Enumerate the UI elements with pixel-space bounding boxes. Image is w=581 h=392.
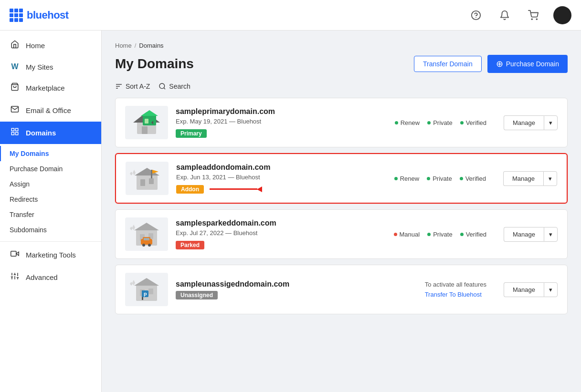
status-private-addon: Private [427,175,452,182]
sidebar-item-my-domains[interactable]: My Domains [0,146,101,161]
search-button[interactable]: Search [158,83,190,90]
status-renew-primary: Renew [395,119,420,126]
domain-name-addon: sampleaddondomain.com [176,163,387,172]
status-private-parked: Private [427,231,452,238]
status-verified-parked-label: Verified [466,231,486,238]
svg-marker-36 [133,170,136,175]
svg-marker-41 [134,223,159,230]
domain-status-addon: Renew Private Verified [394,175,486,182]
logo-grid-icon [10,9,23,22]
manage-button-unassigned[interactable]: Manage [504,282,544,297]
domain-actions-addon: Manage ▾ [503,171,557,186]
content-area: Home / Domains My Domains Transfer Domai… [102,31,581,392]
sidebar-item-assign[interactable]: Assign [0,176,101,192]
search-icon [158,83,166,90]
domain-badge-parked: Parked [176,241,204,249]
manage-dropdown-addon[interactable]: ▾ [543,171,557,186]
domain-card-addon: sampleaddondomain.com Exp. Jun 13, 2021 … [115,153,568,204]
domain-thumb-parked [125,217,168,251]
sidebar-item-email-office[interactable]: Email & Office [0,99,101,122]
status-private-parked-label: Private [433,231,452,238]
sidebar-item-home[interactable]: Home [0,34,101,57]
manage-button-primary[interactable]: Manage [504,115,544,130]
page-header: My Domains Transfer Domain ⊕ Purchase Do… [115,55,568,73]
manage-dropdown-parked[interactable]: ▾ [544,227,558,242]
status-private-addon-label: Private [433,175,452,182]
svg-rect-6 [16,128,18,131]
svg-rect-38 [151,170,152,178]
domain-badge-unassigned: Unassigned [176,291,218,299]
sidebar-item-marketing-tools[interactable]: Marketing Tools [0,244,101,266]
toolbar: Sort A-Z Search [115,83,568,90]
domain-info-primary: sampleprimarydomain.com Exp. May 19, 202… [176,107,387,138]
cart-button[interactable] [525,7,542,24]
svg-marker-29 [141,110,158,116]
svg-point-2 [531,19,532,20]
sort-button[interactable]: Sort A-Z [115,83,150,90]
status-dot-renew-addon [394,177,398,180]
breadcrumb-home[interactable]: Home [115,42,132,49]
domain-actions-primary: Manage ▾ [504,115,558,130]
domain-card-parked: samplesparkeddomain.com Exp. Jul 27, 202… [115,209,568,259]
brand-name: bluehost [27,9,69,21]
sidebar-item-transfer[interactable]: Transfer [0,207,101,222]
wordpress-icon: W [10,62,20,71]
marketing-icon [10,249,20,260]
svg-point-23 [159,83,165,89]
transfer-domain-button[interactable]: Transfer Domain [414,56,482,72]
svg-marker-44 [132,225,135,230]
email-icon [10,105,20,116]
status-private-primary: Private [427,119,452,126]
transfer-to-bluehost-link[interactable]: Transfer To Bluehost [425,291,482,298]
status-verified-addon-label: Verified [465,175,486,182]
svg-point-49 [148,244,151,247]
status-dot-manual [394,233,397,236]
svg-line-24 [164,88,165,89]
svg-rect-32 [137,175,158,190]
help-button[interactable] [467,7,485,24]
manage-button-addon[interactable]: Manage [503,171,543,186]
domains-sub-menu: My Domains Purchase Domain Assign Redire… [0,144,101,239]
page-title: My Domains [115,56,194,72]
sidebar-item-my-sites-label: My Sites [26,63,53,71]
status-manual-label: Manual [400,231,420,238]
sidebar-item-domains[interactable]: Domains [0,122,101,144]
purchase-domain-label: Purchase Domain [506,60,559,68]
red-arrow-annotation [210,186,262,192]
status-renew-label: Renew [401,119,420,126]
notifications-button[interactable] [496,7,513,24]
sidebar-item-advanced-label: Advanced [26,273,58,281]
status-dot-verified-addon [460,177,463,180]
svg-rect-50 [144,238,149,240]
svg-point-48 [142,244,145,247]
sidebar-item-redirects[interactable]: Redirects [0,192,101,207]
sidebar-item-purchase-domain[interactable]: Purchase Domain [0,161,101,176]
manage-button-parked[interactable]: Manage [504,227,544,242]
sidebar-item-marketplace[interactable]: Marketplace [0,77,101,99]
status-dot-private-parked [427,233,431,236]
sidebar-item-subdomains[interactable]: Subdomains [0,222,101,237]
status-verified-parked: Verified [460,231,486,238]
sidebar-item-marketplace-label: Marketplace [26,84,65,92]
status-manual-parked: Manual [394,231,420,238]
breadcrumb: Home / Domains [115,42,568,49]
svg-marker-56 [130,282,133,286]
status-verified-addon: Verified [460,175,486,182]
main-layout: Home W My Sites Marketplace Email & Offi… [0,31,581,392]
status-dot-renew [395,121,398,124]
sidebar-item-advanced[interactable]: Advanced [0,266,101,289]
svg-rect-30 [145,119,148,124]
home-icon [10,40,20,51]
sidebar-item-my-sites[interactable]: W My Sites [0,57,101,77]
manage-dropdown-primary[interactable]: ▾ [544,115,558,130]
status-renew-addon: Renew [394,175,419,182]
status-dot-verified-parked [460,233,464,236]
domain-status-parked: Manual Private Verified [394,231,486,238]
status-dot-private-addon [427,177,430,180]
purchase-domain-button[interactable]: ⊕ Purchase Domain [487,55,568,73]
domain-exp-parked: Exp. Jul 27, 2022 — Bluehost [176,229,386,237]
svg-rect-35 [149,178,154,184]
domain-badge-primary: Primary [176,129,207,138]
manage-dropdown-unassigned[interactable]: ▾ [544,282,558,297]
user-avatar-button[interactable] [553,6,571,24]
